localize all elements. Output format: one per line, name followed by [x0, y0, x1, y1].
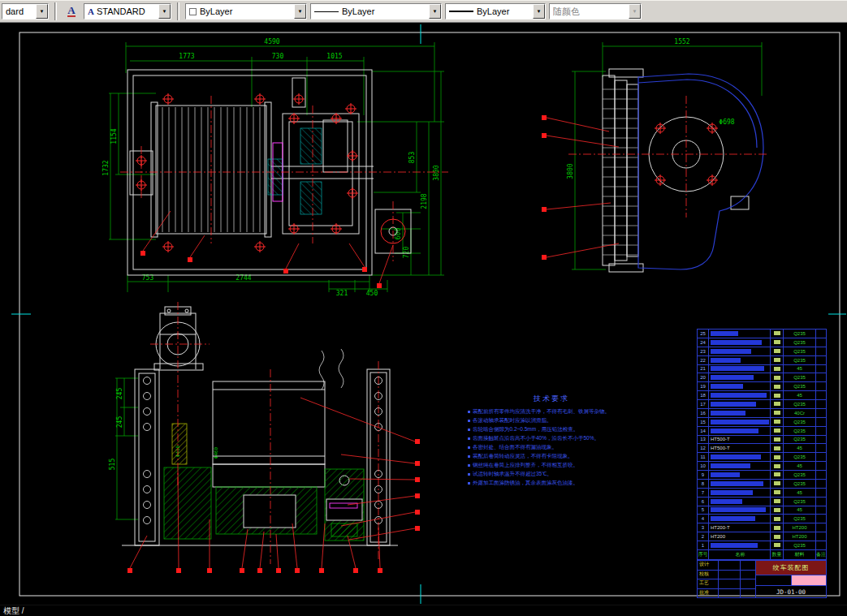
bom-row: 745	[698, 489, 826, 498]
bom-item-remark	[816, 436, 826, 444]
bom-item-material: Q235	[784, 338, 816, 347]
bom-qty-bar	[774, 526, 780, 530]
bom-qty-bar	[774, 535, 780, 539]
front-view: 245 245 515 Φ410 Φ460	[109, 302, 420, 573]
title-block-highlight-cell	[792, 575, 826, 585]
bom-item-material: 45	[784, 391, 816, 399]
text-style-icon: A	[67, 6, 75, 17]
bom-item-remark	[816, 330, 826, 338]
bom-item-material: 45	[784, 506, 816, 515]
bom-item-no: 6	[698, 498, 709, 506]
bom-item-no: 22	[698, 356, 709, 364]
bom-item-no: 16	[698, 409, 709, 417]
bom-qty-bar	[774, 472, 780, 476]
bom-row: 1640Cr	[698, 409, 826, 418]
bom-qty-bar	[774, 481, 780, 485]
bom-item-qty	[771, 515, 784, 523]
bom-qty-bar	[774, 455, 780, 459]
bom-item-qty	[771, 444, 784, 452]
toolbar-separator	[54, 2, 57, 20]
bom-item-name	[709, 462, 771, 470]
model-tab[interactable]: 模型 /	[3, 605, 24, 616]
chevron-down-icon: ▼	[629, 4, 641, 19]
bullet-icon	[468, 473, 470, 476]
dim-label: 720	[403, 247, 410, 259]
bom-item-no: 7	[698, 489, 709, 497]
bom-name-bar	[711, 481, 763, 486]
bom-qty-bar	[774, 446, 780, 450]
plotstyle-control-value: 随颜色	[553, 6, 627, 18]
chevron-down-icon[interactable]: ▼	[533, 4, 545, 19]
bom-item-material: 40Cr	[784, 409, 816, 417]
bom-item-no: 1	[698, 541, 709, 549]
chevron-down-icon[interactable]: ▼	[36, 4, 48, 19]
bom-item-no: 21	[698, 365, 709, 373]
note-line: 各滚动轴承装配时应涂以润滑脂。	[468, 416, 635, 424]
tech-notes-lines: 装配前所有零件均应清洗干净，不得有毛刺、铁屑等杂物。各滚动轴承装配时应涂以润滑脂…	[468, 407, 635, 487]
bom-item-no: 8	[698, 480, 709, 488]
bom-item-material: HT200	[784, 532, 816, 541]
bom-item-name	[709, 506, 771, 515]
bom-qty-bar	[774, 411, 780, 415]
text-style-combo[interactable]: A STANDARD ▼	[84, 3, 171, 19]
bom-item-remark	[816, 498, 826, 506]
text-style-button[interactable]: A	[63, 2, 80, 20]
bom-item-material: Q235	[784, 400, 816, 408]
bom-item-name	[709, 356, 771, 364]
bullet-icon	[468, 411, 470, 413]
bom-row: 8Q235	[698, 480, 826, 489]
chevron-down-icon[interactable]: ▼	[294, 4, 306, 19]
dim-style-combo[interactable]: dard ▼	[2, 3, 49, 19]
color-control-combo[interactable]: ByLayer ▼	[185, 3, 307, 19]
bom-qty-bar	[774, 402, 780, 406]
bom-item-qty	[771, 409, 784, 417]
bom-item-remark	[816, 541, 826, 549]
bom-item-material: Q235	[784, 471, 816, 479]
bom-item-material: 45	[784, 444, 816, 452]
bom-row: 15Q235	[698, 418, 826, 427]
dim-label: 1732	[102, 160, 110, 175]
bom-item-qty	[771, 330, 784, 338]
bom-item-name	[709, 347, 771, 355]
bom-item-qty	[771, 427, 784, 435]
bom-item-remark	[816, 515, 826, 523]
lineweight-control-combo[interactable]: ByLayer ▼	[445, 3, 546, 19]
bom-item-remark	[816, 506, 826, 515]
bom-name-bar	[711, 543, 758, 548]
bom-item-remark	[816, 347, 826, 355]
bom-item-name	[709, 541, 771, 549]
bom-row: 12HT500-T45	[698, 444, 826, 453]
bom-item-qty	[771, 506, 784, 515]
bom-item-name	[709, 453, 771, 461]
linetype-control-combo[interactable]: ByLayer ▼	[310, 3, 442, 19]
bom-item-name: HT500-T	[709, 444, 771, 452]
dim-label: Φ698	[719, 118, 734, 126]
bom-item-no: 23	[698, 347, 709, 355]
dim-label: 1015	[326, 53, 342, 60]
bullet-icon	[468, 455, 470, 458]
color-swatch-icon	[189, 8, 197, 15]
bom-name-bar	[711, 402, 756, 407]
bom-row: 1845	[698, 391, 826, 400]
bom-item-material: Q235	[784, 382, 816, 390]
bom-item-qty	[771, 365, 784, 373]
bom-item-no: 14	[698, 427, 709, 435]
bom-qty-bar	[774, 331, 780, 335]
chevron-down-icon[interactable]: ▼	[429, 4, 441, 19]
bom-name-bar	[711, 516, 755, 521]
dim-label: 1552	[674, 38, 689, 45]
bom-item-qty	[771, 471, 784, 479]
bom-item-qty	[771, 418, 784, 426]
bom-row: 17Q235	[698, 400, 826, 409]
bom-item-remark	[816, 382, 826, 390]
bom-item-material: Q235	[784, 418, 816, 426]
bom-item-material: Q235	[784, 427, 816, 435]
bom-item-material: Q235	[784, 347, 816, 355]
bom-row: 4Q235	[698, 515, 826, 523]
bom-item-no: 12	[698, 444, 709, 452]
dim-label: 730	[272, 53, 284, 60]
drawing-canvas[interactable]: 4590 1773 730 1015 1154 1732 3800 2198 8…	[0, 23, 847, 605]
bom-item-no: 11	[698, 453, 709, 461]
chevron-down-icon[interactable]: ▼	[158, 4, 171, 19]
bom-row: 14Q235	[698, 427, 826, 436]
